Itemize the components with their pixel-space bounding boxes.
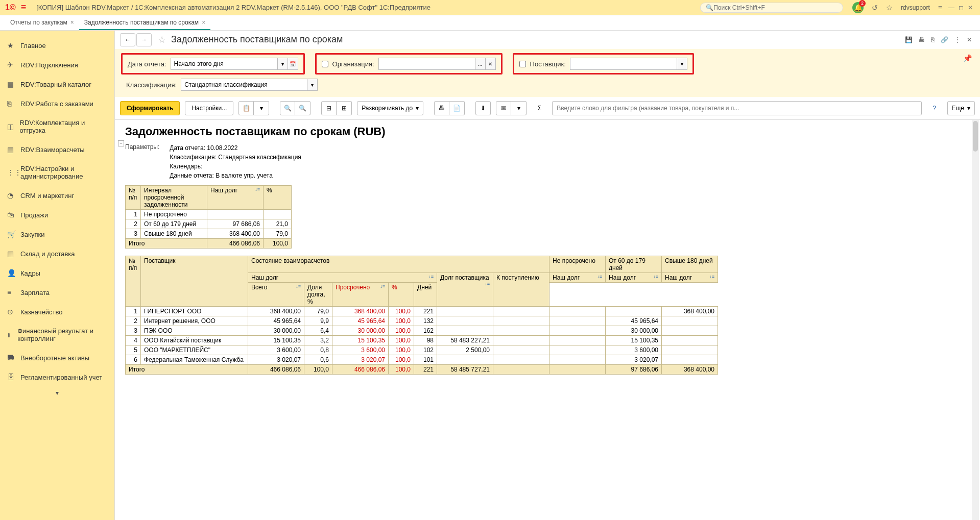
history-icon[interactable]: ↺ [872, 4, 878, 12]
global-search[interactable]: 🔍 [700, 3, 843, 13]
minimize-button[interactable]: — [948, 4, 954, 11]
more-icon[interactable]: ⋮ [954, 36, 961, 43]
search-input[interactable] [713, 4, 838, 11]
col2-notoverdue: Не просрочено [549, 256, 606, 273]
notifications-icon[interactable]: 🔔2 [852, 2, 864, 13]
print-icon[interactable]: 🖶 [919, 36, 925, 43]
table-row[interactable]: 1Не просрочено [126, 210, 292, 219]
sidebar-item[interactable]: ⛟Внеоборотные активы [0, 348, 114, 367]
collapse-toggle-1[interactable]: − [118, 140, 124, 146]
sidebar-item[interactable]: ◫RDV:Комплектация и отгрузка [0, 113, 114, 140]
print-button-icon[interactable]: 🖶 [434, 101, 449, 115]
sidebar-item[interactable]: ★Главное [0, 36, 114, 55]
nav-forward-button[interactable]: → [136, 33, 152, 46]
settings-icon[interactable]: ≡ [938, 4, 942, 12]
org-select-icon[interactable]: ... [475, 58, 486, 70]
email-icon[interactable]: ✉ [496, 101, 511, 115]
table-row[interactable]: 2Интернет решения, ООО45 965,649,945 965… [126, 316, 718, 326]
sidebar-item[interactable]: ⎘RDV:Работа с заказами [0, 94, 114, 113]
paste-drop-icon[interactable]: ▾ [254, 101, 269, 115]
sidebar-item[interactable]: 🛍Продажи [0, 205, 114, 225]
preview-icon[interactable]: 📄 [449, 101, 465, 115]
col-pct: % [264, 186, 292, 210]
expand-to-button[interactable]: Разворачивать до ▾ [357, 101, 423, 115]
table-row[interactable]: 2От 60 до 179 дней97 686,0621,0 [126, 219, 292, 229]
settings-button[interactable]: Настройки... [185, 101, 233, 115]
collapse-rail: − [118, 129, 124, 158]
nav-back-button[interactable]: ← [120, 33, 135, 46]
sidebar-item[interactable]: 👤Кадры [0, 263, 114, 283]
table-row[interactable]: 5ООО "МАРКЕТПЛЕЙС"3 600,000,83 600,00100… [126, 345, 718, 355]
tab[interactable]: Отчеты по закупкам× [5, 16, 79, 30]
scrollbar-vertical[interactable] [972, 120, 979, 520]
supplier-input[interactable] [570, 58, 677, 70]
sidebar-item-label: Кадры [20, 269, 40, 277]
sidebar-more-icon[interactable]: ▾ [0, 387, 114, 399]
table-row[interactable]: 3Свыше 180 дней368 400,0079,0 [126, 229, 292, 239]
tab[interactable]: Задолженность поставщикам по срокам× [79, 16, 210, 30]
org-clear-icon[interactable]: ✕ [486, 58, 496, 70]
report-params: Параметры: Дата отчета: 10.08.2022Класси… [125, 143, 970, 180]
class-dropdown-icon[interactable]: ▾ [307, 79, 318, 91]
table-row[interactable]: 1ГИПЕРСПОРТ ООО368 400,0079,0368 400,001… [126, 307, 718, 316]
sidebar-item[interactable]: ▦Склад и доставка [0, 244, 114, 263]
save-file-icon[interactable]: ⬇ [475, 101, 491, 115]
save-icon[interactable]: 💾 [905, 36, 913, 43]
export-icon[interactable]: ⎘ [931, 36, 935, 43]
filter-panel: 📌 Дата отчета: ▾ 📅 Организация: [115, 49, 980, 97]
paste-icon[interactable]: 📋 [238, 101, 254, 115]
sidebar-icon: ▦ [7, 250, 20, 258]
supplier-dropdown-icon[interactable]: ▾ [677, 58, 687, 70]
table-row[interactable]: 6Федеральная Таможенная Служба3 020,070,… [126, 355, 718, 365]
sidebar-item-label: RDV:Настройки и администрирование [20, 165, 107, 180]
sidebar-item[interactable]: ⊙Казначейство [0, 302, 114, 321]
email-drop-icon[interactable]: ▾ [511, 101, 527, 115]
sidebar-item[interactable]: ▤RDV:Взаиморасчеты [0, 140, 114, 159]
star-icon[interactable]: ☆ [158, 34, 166, 45]
sidebar-item[interactable]: 🗄Регламентированный учет [0, 367, 114, 387]
sidebar-icon: ⊙ [7, 308, 20, 316]
expand-icon[interactable]: ⊞ [337, 101, 352, 115]
zoom-in-icon[interactable]: 🔍 [280, 101, 295, 115]
user-name[interactable]: rdvsupport [901, 4, 930, 11]
sidebar-icon: 👤 [7, 269, 20, 277]
close-page-icon[interactable]: ✕ [967, 36, 972, 43]
sigma-icon[interactable]: Σ [532, 101, 547, 115]
maximize-button[interactable]: ◻ [959, 4, 964, 11]
sidebar-item[interactable]: ⋮⋮RDV:Настройки и администрирование [0, 159, 114, 186]
help-icon[interactable]: ? [927, 101, 942, 115]
zoom-out-icon[interactable]: 🔍 [295, 101, 310, 115]
menu-icon[interactable]: ≡ [21, 2, 27, 13]
date-dropdown-icon[interactable]: ▾ [278, 58, 288, 70]
generate-button[interactable]: Сформировать [120, 101, 180, 115]
filter-word-input[interactable] [552, 101, 921, 115]
table-row[interactable]: 3ПЭК ООО30 000,006,430 000,00100,016230 … [126, 326, 718, 336]
org-checkbox[interactable] [322, 61, 328, 67]
col-interval: Интервал просроченной задолженности [141, 186, 207, 210]
pin-icon[interactable]: 📌 [963, 54, 972, 62]
table-row[interactable]: 4ООО Китайский поставщик15 100,353,215 1… [126, 336, 718, 345]
collapse-icon[interactable]: ⊟ [321, 101, 337, 115]
more-button[interactable]: Еще ▾ [947, 101, 975, 115]
class-input[interactable] [181, 79, 307, 91]
sidebar-item[interactable]: 🛒Закупки [0, 225, 114, 244]
col-n: № п/п [126, 186, 141, 210]
sidebar-item-label: Закупки [20, 231, 44, 238]
link-icon[interactable]: 🔗 [941, 36, 948, 43]
tab-close-icon[interactable]: × [70, 19, 74, 26]
sidebar-item[interactable]: ◔CRM и маркетинг [0, 186, 114, 205]
supplier-checkbox[interactable] [519, 61, 526, 67]
favorite-icon[interactable]: ☆ [886, 4, 893, 12]
calendar-icon[interactable]: 📅 [288, 58, 298, 70]
org-input[interactable] [378, 58, 475, 70]
close-button[interactable]: ✕ [968, 4, 973, 11]
total-row: Итого466 086,06100,0466 086,06100,022158… [126, 365, 718, 375]
sidebar-item[interactable]: ⫾Финансовый результат и контроллинг [0, 321, 114, 348]
tab-close-icon[interactable]: × [202, 19, 205, 26]
sidebar-icon: ⛟ [7, 354, 20, 362]
sidebar-item[interactable]: ✈RDV:Подключения [0, 55, 114, 75]
sidebar-item[interactable]: ▦RDV:Товарный каталог [0, 75, 114, 94]
sidebar-item[interactable]: ≡Зарплата [0, 283, 114, 302]
col2-60-179: От 60 до 179 дней [606, 256, 662, 273]
date-input[interactable] [171, 58, 278, 70]
